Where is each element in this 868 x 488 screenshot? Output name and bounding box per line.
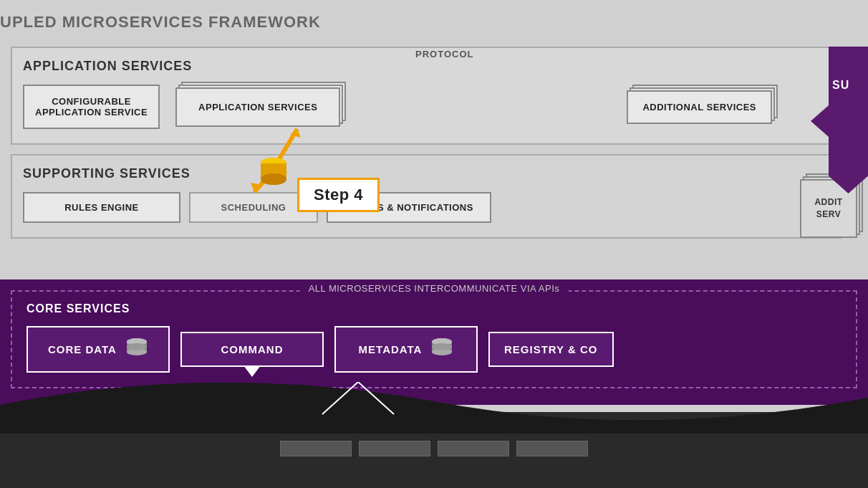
su-label: SU bbox=[832, 79, 849, 92]
app-services-section: APPLICATION SERVICES CONFIGURABLE APPLIC… bbox=[11, 47, 842, 145]
framework-title: UPLED MICROSERVICES FRAMEWORK bbox=[0, 13, 321, 32]
bottom-box-1 bbox=[280, 441, 352, 456]
core-data-db-icon bbox=[125, 338, 148, 361]
supporting-services-section: SUPPORTING SERVICES RULES ENGINE SCHEDUL… bbox=[11, 154, 842, 239]
yellow-arrow-group bbox=[236, 115, 322, 208]
core-services-title: CORE SERVICES bbox=[26, 302, 842, 315]
command-connector-svg bbox=[279, 382, 437, 418]
svg-point-9 bbox=[261, 173, 286, 185]
metadata-db-icon bbox=[430, 338, 453, 361]
svg-point-19 bbox=[432, 343, 452, 350]
protocol-label: PROTOCOL bbox=[415, 49, 473, 59]
svg-point-14 bbox=[127, 343, 147, 350]
app-services-title: APPLICATION SERVICES bbox=[23, 59, 829, 74]
bottom-boxes-row bbox=[11, 441, 857, 456]
all-microservices-label: ALL MICROSERVICES INTERCOMMUNICATE VIA A… bbox=[300, 283, 569, 294]
configurable-app-service-box: CONFIGURABLE APPLICATION SERVICE bbox=[23, 85, 160, 129]
main-container: UPLED MICROSERVICES FRAMEWORK PROTOCOL A… bbox=[0, 0, 868, 488]
bottom-box-3 bbox=[438, 441, 509, 456]
rules-engine-box: RULES ENGINE bbox=[23, 192, 180, 223]
purple-arrow bbox=[811, 105, 829, 137]
svg-line-20 bbox=[322, 382, 358, 414]
supporting-services-row: RULES ENGINE SCHEDULING ALERTS & NOTIFIC… bbox=[23, 192, 829, 223]
additional-services-stacked: ADDITIONAL SERVICES bbox=[627, 90, 772, 124]
bottom-box-4 bbox=[516, 441, 588, 456]
additional-services-front: ADDITIONAL SERVICES bbox=[627, 90, 772, 124]
bottom-box-2 bbox=[359, 441, 430, 456]
svg-line-21 bbox=[358, 382, 394, 414]
app-services-row: CONFIGURABLE APPLICATION SERVICE APPLICA… bbox=[23, 85, 829, 129]
purple-bookmark: SU bbox=[829, 47, 868, 193]
supporting-services-title: SUPPORTING SERVICES bbox=[23, 166, 829, 181]
yellow-arrows-svg bbox=[236, 115, 322, 208]
